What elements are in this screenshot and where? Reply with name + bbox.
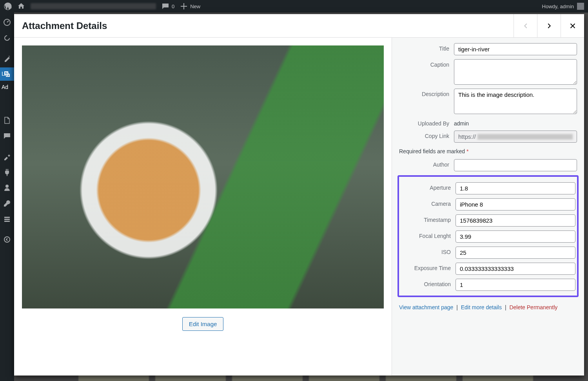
edit-more-details-link[interactable]: Edit more details — [461, 304, 502, 310]
timestamp-field[interactable] — [456, 214, 575, 227]
menu-settings[interactable] — [0, 212, 14, 226]
caption-field[interactable] — [454, 59, 577, 85]
attachment-details-modal: Attachment Details Edit Image Title Capt… — [14, 14, 584, 376]
label-aperture: Aperture — [401, 182, 456, 191]
menu-collapse[interactable] — [0, 233, 14, 246]
next-button[interactable] — [537, 14, 561, 37]
uploaded-by-value: admin — [454, 118, 577, 127]
label-title: Title — [399, 43, 454, 52]
label-author: Author — [399, 159, 454, 168]
svg-rect-1 — [4, 217, 10, 218]
account-link[interactable]: Howdy, admin — [542, 3, 584, 10]
label-orientation: Orientation — [401, 279, 456, 287]
edit-image-button[interactable]: Edit Image — [182, 317, 224, 331]
howdy-text: Howdy, admin — [542, 4, 574, 9]
svg-point-4 — [4, 237, 10, 242]
svg-rect-3 — [4, 221, 10, 222]
label-description: Description — [399, 89, 454, 97]
exif-highlight-box: Aperture Camera Timestamp Focal Lenght I… — [397, 175, 579, 297]
admin-bar: 0 New Howdy, admin — [0, 0, 588, 13]
admin-menu — [0, 13, 14, 381]
submenu-library[interactable]: Lib — [2, 71, 9, 77]
submenu-addnew[interactable]: Ad — [2, 84, 9, 90]
preview-pane: Edit Image — [14, 38, 392, 376]
modal-header: Attachment Details — [14, 14, 584, 38]
menu-posts[interactable] — [0, 52, 14, 65]
description-field[interactable] — [454, 89, 577, 114]
view-attachment-page-link[interactable]: View attachment page — [399, 304, 453, 310]
close-button[interactable] — [561, 14, 584, 37]
label-exposure: Exposure Time — [401, 263, 456, 271]
prev-button[interactable] — [514, 14, 537, 37]
wp-logo[interactable] — [4, 2, 12, 10]
label-timestamp: Timestamp — [401, 214, 456, 223]
iso-field[interactable] — [456, 247, 575, 259]
copy-link-field[interactable]: https:// — [454, 131, 577, 143]
new-content-link[interactable]: New — [180, 2, 200, 10]
aperture-field[interactable] — [456, 182, 575, 194]
author-field[interactable] — [454, 159, 577, 171]
focal-length-field[interactable] — [456, 230, 575, 243]
menu-appearance[interactable] — [0, 150, 14, 163]
action-links: View attachment page | Edit more details… — [399, 303, 577, 310]
home-icon[interactable] — [17, 2, 25, 10]
menu-updates[interactable] — [0, 31, 14, 45]
label-focal-length: Focal Lenght — [401, 230, 456, 239]
svg-rect-2 — [4, 219, 10, 220]
label-uploaded-by: Uploaded By — [399, 118, 454, 127]
comment-count: 0 — [172, 4, 174, 9]
delete-permanently-link[interactable]: Delete Permanently — [509, 304, 557, 310]
attachment-image — [22, 45, 384, 308]
exposure-field[interactable] — [456, 263, 575, 275]
menu-users[interactable] — [0, 181, 14, 194]
label-iso: ISO — [401, 247, 456, 255]
label-copy-link: Copy Link — [399, 131, 454, 139]
menu-dashboard[interactable] — [0, 16, 14, 29]
menu-plugins[interactable] — [0, 165, 14, 179]
orientation-field[interactable] — [456, 279, 575, 291]
menu-comments[interactable] — [0, 129, 14, 143]
modal-title: Attachment Details — [22, 20, 107, 31]
label-caption: Caption — [399, 59, 454, 68]
menu-tools[interactable] — [0, 197, 14, 210]
title-field[interactable] — [454, 43, 577, 55]
site-name-blurred — [31, 3, 156, 9]
camera-field[interactable] — [456, 198, 575, 210]
avatar — [577, 3, 584, 10]
required-note: Required fields are marked * — [399, 148, 577, 154]
label-camera: Camera — [401, 198, 456, 207]
media-submenu: Lib Ad — [0, 71, 9, 90]
menu-pages[interactable] — [0, 114, 14, 127]
details-pane: Title Caption Description Uploaded By ad… — [392, 38, 584, 376]
comments-link[interactable]: 0 — [162, 2, 174, 10]
